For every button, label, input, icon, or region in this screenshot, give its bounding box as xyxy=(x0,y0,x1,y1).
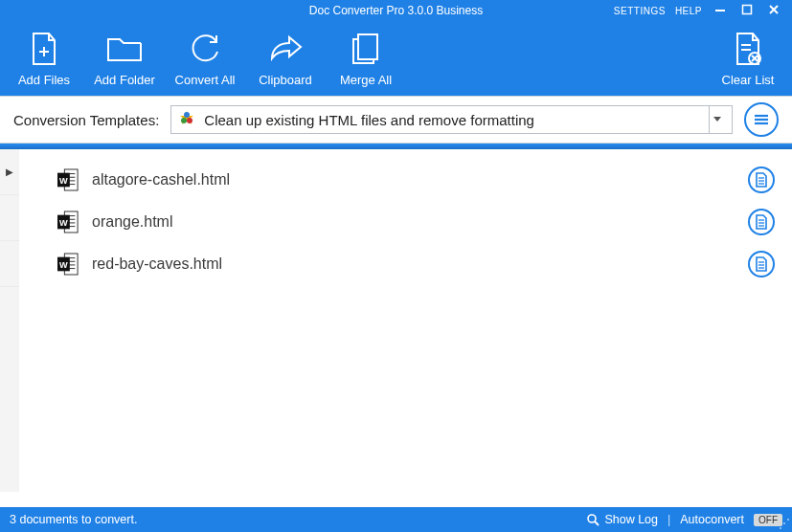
settings-link[interactable]: SETTINGS xyxy=(614,6,666,16)
help-link[interactable]: HELP xyxy=(675,6,702,16)
document-icon xyxy=(755,256,768,272)
document-icon xyxy=(755,214,768,230)
add-files-label: Add Files xyxy=(18,73,70,87)
clear-list-button[interactable]: Clear List xyxy=(708,27,788,96)
titlebar: Doc Converter Pro 3.0.0 Business SETTING… xyxy=(0,0,792,21)
row-selector[interactable]: ▶ xyxy=(0,149,19,195)
file-clear-icon xyxy=(734,31,762,67)
autoconvert-toggle[interactable]: Autoconvert xyxy=(680,513,744,526)
file-list: W altagore-cashel.html W orange.html W r… xyxy=(42,149,792,492)
toolbar: Add Files Add Folder Convert All Clipboa… xyxy=(0,21,792,96)
svg-point-15 xyxy=(184,112,190,118)
svg-text:W: W xyxy=(59,260,68,270)
statusbar: 3 documents to convert. Show Log | Autoc… xyxy=(0,507,792,532)
add-folder-button[interactable]: Add Folder xyxy=(84,27,165,96)
refresh-icon xyxy=(188,31,222,67)
window-title: Doc Converter Pro 3.0.0 Business xyxy=(309,4,483,17)
row-selector-gutter: ▶ xyxy=(0,149,19,492)
svg-point-13 xyxy=(181,118,187,123)
merge-all-label: Merge All xyxy=(340,73,392,87)
show-log-label: Show Log xyxy=(604,513,658,526)
file-plus-icon xyxy=(30,31,58,67)
file-row[interactable]: W orange.html xyxy=(52,201,781,243)
file-row[interactable]: W altagore-cashel.html xyxy=(52,159,781,201)
svg-point-50 xyxy=(588,515,596,522)
template-label: Conversion Templates: xyxy=(13,112,159,128)
menu-icon xyxy=(752,110,771,129)
copy-icon xyxy=(350,31,382,67)
svg-rect-6 xyxy=(358,34,377,59)
clipboard-label: Clipboard xyxy=(259,73,312,87)
convert-all-label: Convert All xyxy=(175,73,236,87)
template-logo-icon xyxy=(179,110,194,129)
minimize-button[interactable] xyxy=(712,3,729,18)
svg-line-51 xyxy=(595,521,599,525)
row-selector[interactable] xyxy=(0,195,19,241)
folder-icon xyxy=(105,31,144,67)
svg-text:W: W xyxy=(59,176,68,186)
status-count: 3 documents to convert. xyxy=(10,513,137,526)
file-name: orange.html xyxy=(92,213,735,231)
close-button[interactable] xyxy=(765,3,782,18)
file-name: red-bay-caves.html xyxy=(92,255,735,273)
document-icon xyxy=(755,172,768,188)
svg-text:W: W xyxy=(59,218,68,228)
add-files-button[interactable]: Add Files xyxy=(4,27,84,96)
file-action-button[interactable] xyxy=(748,209,775,235)
clear-list-label: Clear List xyxy=(722,73,775,87)
file-action-button[interactable] xyxy=(748,251,775,277)
resize-grip[interactable]: ⋰ xyxy=(779,517,790,530)
merge-all-button[interactable]: Merge All xyxy=(326,27,406,96)
show-log-button[interactable]: Show Log xyxy=(587,513,658,526)
template-select[interactable]: Clean up existing HTML files and remove … xyxy=(170,105,733,134)
divider: | xyxy=(668,513,670,526)
file-list-area: ▶ W altagore-cashel.html W orange.html xyxy=(0,149,792,492)
template-menu-button[interactable] xyxy=(744,102,779,137)
file-name: altagore-cashel.html xyxy=(92,171,735,188)
add-folder-label: Add Folder xyxy=(94,73,155,87)
maximize-button[interactable] xyxy=(738,3,756,18)
file-action-button[interactable] xyxy=(748,166,775,193)
file-row[interactable]: W red-bay-caves.html xyxy=(52,243,781,285)
template-selected-text: Clean up existing HTML files and remove … xyxy=(204,112,534,128)
svg-point-14 xyxy=(187,118,192,123)
template-row: Conversion Templates: Clean up existing … xyxy=(0,96,792,144)
svg-marker-16 xyxy=(713,117,721,122)
row-selector[interactable] xyxy=(0,241,19,287)
search-icon xyxy=(587,514,600,526)
clipboard-button[interactable]: Clipboard xyxy=(245,27,326,96)
autoconvert-label: Autoconvert xyxy=(680,513,744,526)
word-doc-icon: W xyxy=(57,252,79,277)
word-doc-icon: W xyxy=(57,167,79,192)
word-doc-icon: W xyxy=(57,210,79,234)
convert-all-button[interactable]: Convert All xyxy=(165,27,245,96)
svg-rect-1 xyxy=(743,6,752,14)
share-arrow-icon xyxy=(268,31,303,67)
template-dropdown-arrow[interactable] xyxy=(709,106,724,133)
